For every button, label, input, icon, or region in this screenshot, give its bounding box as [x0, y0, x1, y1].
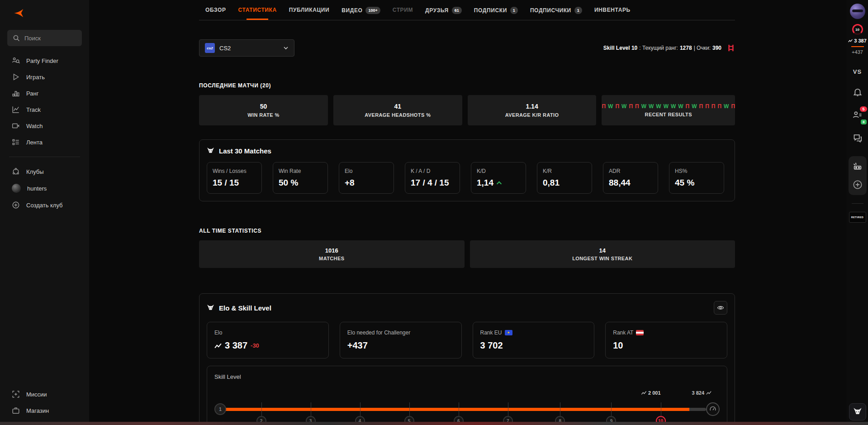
stat-label: Win Rate [279, 168, 322, 174]
current-elo-marker: 2 001 [641, 390, 661, 396]
tab-стрим[interactable]: СТРИМ [393, 7, 413, 19]
search-input[interactable]: Поиск [7, 30, 82, 46]
tab-label: СТАТИСТИКА [238, 7, 277, 13]
loss-letter: П [705, 103, 709, 110]
stat-value: 15 / 15 [213, 178, 239, 188]
visibility-toggle-button[interactable] [714, 301, 727, 315]
user-avatar[interactable] [850, 4, 865, 19]
elo-delta: -30 [251, 342, 259, 349]
sidebar-item-ранг[interactable]: Ранг [0, 85, 89, 101]
stat-value-row: 3 387-30 [214, 340, 321, 351]
win-letter: W [692, 103, 697, 110]
track-icon [12, 105, 20, 114]
tracker-launcher-button[interactable] [849, 403, 866, 420]
loss-letter: П [602, 103, 606, 110]
retired-badge[interactable]: RETIRED [849, 212, 866, 223]
recent-stat-card: 41AVERAGE HEADSHOTS % [333, 95, 462, 125]
elo-trend-icon [214, 343, 222, 349]
stat-value-row: +8 [345, 178, 388, 188]
stat-label: Rank EU [480, 329, 502, 336]
tab-label: ИНВЕНТАРЬ [594, 7, 631, 13]
sidebar-item-миссии[interactable]: Миссии [0, 386, 89, 402]
friends-icon[interactable]: 5 8 [853, 110, 863, 121]
party-finder-icon [12, 57, 20, 65]
play-icon [12, 73, 20, 81]
stat-value-row: 10 [613, 340, 720, 351]
stat-label: Wins / Losses [213, 168, 256, 174]
last30-title: Last 30 Matches [219, 147, 271, 155]
stat-value: 50 % [279, 178, 298, 188]
skill-level-badge: 10 [852, 24, 863, 35]
stat-label-row: Elo [214, 329, 321, 336]
left-sidebar: Поиск Party FinderИгратьРангTrackWatchЛе… [0, 0, 89, 425]
stat-label: LONGEST WIN STREAK [572, 256, 632, 261]
stat-value-row: 0,81 [543, 178, 586, 188]
lobby-icon[interactable] [853, 162, 863, 171]
stat-label: ADR [609, 168, 652, 174]
stat-label: Elo [214, 329, 222, 336]
recent-results-letters: ПWПWППWWWWWWПWППППWП [602, 103, 735, 110]
wolf-icon [207, 304, 214, 312]
sidebar-item-watch[interactable]: Watch [0, 118, 89, 134]
sidebar-item-лента[interactable]: Лента [0, 134, 89, 150]
stat-label: Elo [345, 168, 388, 174]
stats-toolbar: cs2 CS2 Skill Level 10: Текущий ранг: 12… [199, 39, 735, 57]
loss-letter: П [615, 103, 619, 110]
stat-value: 41 [394, 103, 401, 110]
sidebar-item-party-finder[interactable]: Party Finder [0, 53, 89, 69]
tab-друзья[interactable]: ДРУЗЬЯ61 [425, 7, 462, 20]
elo-card-rank-at: Rank AT10 [605, 322, 727, 358]
add-party-icon[interactable] [853, 180, 863, 190]
austria-flag-icon [636, 330, 644, 335]
tab-label: ОБЗОР [205, 7, 226, 13]
game-select-dropdown[interactable]: cs2 CS2 [199, 39, 294, 57]
sidebar-item-hunters[interactable]: hunters [0, 180, 89, 197]
stat-value-row: 17 / 4 / 15 [411, 178, 454, 188]
sidebar-item-label: Ранг [26, 90, 38, 97]
win-letter: W [671, 103, 676, 110]
main-area: ОБЗОРСТАТИСТИКАПУБЛИКАЦИИВИДЕО100+СТРИМД… [89, 0, 847, 425]
tab-подписки[interactable]: ПОДПИСКИ1 [474, 7, 518, 20]
vs-label: VS [853, 68, 862, 75]
chevron-down-icon [283, 45, 289, 51]
tab-label: ВИДЕО [342, 7, 362, 14]
loss-letter: П [699, 103, 703, 110]
elo-card-elo: Elo3 387-30 [207, 322, 329, 358]
tab-инвентарь[interactable]: ИНВЕНТАРЬ [594, 7, 631, 19]
create-club-icon [12, 201, 20, 209]
win-letter: W [664, 103, 669, 110]
stat-label: HS% [675, 168, 718, 174]
max-elo-marker: 3 824 [692, 390, 711, 396]
sidebar-item-track[interactable]: Track [0, 101, 89, 118]
sidebar-item-играть[interactable]: Играть [0, 69, 89, 85]
app-layout: Поиск Party FinderИгратьРангTrackWatchЛе… [0, 0, 868, 425]
chat-icon[interactable] [853, 134, 862, 144]
tab-обзор[interactable]: ОБЗОР [205, 7, 226, 19]
alltime-card: 14LONGEST WIN STREAK [470, 240, 735, 268]
stat-value: 1016 [325, 247, 338, 254]
tab-публикации[interactable]: ПУБЛИКАЦИИ [289, 7, 329, 19]
stat-label: K/D [477, 168, 520, 174]
stat-value: +437 [347, 340, 368, 351]
rank-icon [12, 89, 20, 97]
loss-letter: П [711, 103, 716, 110]
search-icon [13, 34, 20, 42]
sidebar-item-создать-клуб[interactable]: Создать клуб [0, 197, 89, 213]
sidebar-item-клубы[interactable]: Клубы [0, 163, 89, 180]
tab-видео[interactable]: ВИДЕО100+ [342, 7, 380, 20]
notifications-bell-icon[interactable] [853, 87, 862, 98]
stat-value: 3 387 [225, 340, 247, 351]
tab-count-badge: 1 [574, 7, 582, 14]
stat-value-row: +437 [347, 340, 454, 351]
stat-value: 45 % [675, 178, 694, 188]
sidebar-item-магазин[interactable]: Магазин [0, 402, 89, 419]
tab-подписчики[interactable]: ПОДПИСЧИКИ1 [530, 7, 582, 20]
eu-flag-icon: ★ [505, 330, 512, 335]
sidebar-item-label: Лента [26, 139, 43, 146]
faceit-logo[interactable] [0, 6, 89, 24]
stat-label: K / A / D [411, 168, 454, 174]
tab-статистика[interactable]: СТАТИСТИКА [238, 7, 277, 19]
right-sidebar: 10 3 387 +437 VS 5 8 RETIRED [847, 0, 868, 425]
points-label: | Очки: [694, 45, 711, 51]
tab-count-badge: 61 [452, 7, 462, 14]
